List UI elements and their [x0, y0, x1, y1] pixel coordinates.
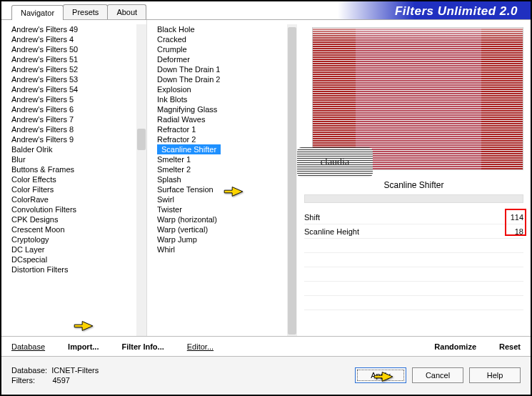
- footer-meta: Database: ICNET-Filters Filters: 4597: [11, 365, 99, 385]
- category-item[interactable]: Buttons & Frames: [11, 164, 146, 174]
- category-item[interactable]: Andrew's Filters 52: [11, 64, 146, 74]
- category-item[interactable]: Cryptology: [11, 234, 146, 244]
- param-label: Shift: [304, 213, 505, 222]
- filter-item[interactable]: Splash: [157, 174, 297, 184]
- category-item[interactable]: Balder Olrik: [11, 144, 146, 154]
- filter-item[interactable]: Refractor 2: [157, 134, 297, 144]
- param-row-shift[interactable]: Shift 114: [304, 210, 523, 224]
- filter-item[interactable]: Down The Drain 1: [157, 64, 297, 74]
- filter-scrollbar[interactable]: [287, 24, 297, 336]
- filter-item[interactable]: Whirl: [157, 244, 297, 254]
- category-scrollbar[interactable]: [136, 24, 146, 336]
- import-link[interactable]: Import...: [68, 342, 99, 351]
- filter-item[interactable]: Scanline Shifter: [157, 144, 221, 154]
- category-item[interactable]: Convolution Filters: [11, 204, 146, 214]
- category-item[interactable]: Distortion Filters: [11, 264, 146, 274]
- category-item[interactable]: Andrew's Filters 49: [11, 24, 146, 34]
- reset-link[interactable]: Reset: [499, 342, 521, 351]
- filter-item[interactable]: Explosion: [157, 84, 297, 94]
- category-item[interactable]: Andrew's Filters 9: [11, 134, 146, 144]
- filter-item[interactable]: Smelter 2: [157, 164, 297, 174]
- filter-item[interactable]: Twister: [157, 204, 297, 214]
- filter-item[interactable]: Black Hole: [157, 24, 297, 34]
- category-list[interactable]: Andrew's Filters 49Andrew's Filters 4And…: [1, 24, 146, 274]
- param-row-empty: [304, 239, 523, 253]
- category-item[interactable]: DCspecial: [11, 254, 146, 264]
- randomize-link[interactable]: Randomize: [434, 342, 476, 351]
- editor-link[interactable]: Editor...: [187, 342, 214, 351]
- category-item[interactable]: DC Layer: [11, 244, 146, 254]
- filter-item[interactable]: Down The Drain 2: [157, 74, 297, 84]
- category-item[interactable]: ColorRave: [11, 194, 146, 204]
- filter-item[interactable]: Warp (vertical): [157, 224, 297, 234]
- category-item[interactable]: Color Filters: [11, 184, 146, 194]
- param-row-scanline-height[interactable]: Scanline Height 18: [304, 224, 523, 239]
- category-item[interactable]: Andrew's Filters 50: [11, 44, 146, 54]
- param-row-empty: [304, 282, 523, 296]
- category-item[interactable]: Crescent Moon: [11, 224, 146, 234]
- category-item[interactable]: Andrew's Filters 6: [11, 104, 146, 114]
- filter-item[interactable]: Swirl: [157, 194, 297, 204]
- category-item[interactable]: Color Effects: [11, 174, 146, 184]
- category-item[interactable]: Andrew's Filters 53: [11, 74, 146, 84]
- apply-button[interactable]: Apply: [355, 367, 406, 383]
- filter-list[interactable]: Black HoleCrackedCrumpleDeformerDown The…: [147, 24, 297, 254]
- param-row-empty: [304, 267, 523, 282]
- filter-item[interactable]: Warp (horizontal): [157, 214, 297, 224]
- filter-item[interactable]: Smelter 1: [157, 154, 297, 164]
- filter-item[interactable]: Deformer: [157, 54, 297, 64]
- filter-item[interactable]: Ink Blots: [157, 94, 297, 104]
- param-header-bar: [304, 194, 523, 203]
- category-item[interactable]: Andrew's Filters 5: [11, 94, 146, 104]
- category-item[interactable]: Andrew's Filters 4: [11, 34, 146, 44]
- database-link[interactable]: Database: [11, 342, 45, 351]
- watermark-badge: claudia: [297, 147, 373, 177]
- filter-info-link[interactable]: Filter Info...: [121, 342, 164, 351]
- param-value: 114: [505, 213, 523, 222]
- param-row-empty: [304, 296, 523, 310]
- filter-item[interactable]: Warp Jump: [157, 234, 297, 244]
- category-item[interactable]: Blur: [11, 154, 146, 164]
- param-row-empty: [304, 253, 523, 267]
- toolbar: Database Import... Filter Info... Editor…: [1, 336, 531, 356]
- param-label: Scanline Height: [304, 227, 505, 236]
- filter-title: Scanline Shifter: [304, 180, 523, 190]
- tab-strip: Navigator Presets About: [1, 1, 146, 19]
- help-button[interactable]: Help: [469, 367, 521, 383]
- cancel-button[interactable]: Cancel: [412, 367, 463, 383]
- tab-about[interactable]: About: [107, 4, 146, 19]
- filter-item[interactable]: Refractor 1: [157, 124, 297, 134]
- filter-item[interactable]: Cracked: [157, 34, 297, 44]
- category-item[interactable]: Andrew's Filters 54: [11, 84, 146, 94]
- category-item[interactable]: Andrew's Filters 8: [11, 124, 146, 134]
- category-item[interactable]: CPK Designs: [11, 214, 146, 224]
- filter-item[interactable]: Surface Tension: [157, 184, 297, 194]
- app-title: Filters Unlimited 2.0: [338, 1, 531, 19]
- param-value: 18: [505, 227, 523, 236]
- filter-item[interactable]: Magnifying Glass: [157, 104, 297, 114]
- filter-item[interactable]: Radial Waves: [157, 114, 297, 124]
- category-item[interactable]: Andrew's Filters 7: [11, 114, 146, 124]
- tab-presets[interactable]: Presets: [63, 4, 108, 19]
- tab-navigator[interactable]: Navigator: [11, 5, 64, 20]
- filter-item[interactable]: Crumple: [157, 44, 297, 54]
- category-item[interactable]: Andrew's Filters 51: [11, 54, 146, 64]
